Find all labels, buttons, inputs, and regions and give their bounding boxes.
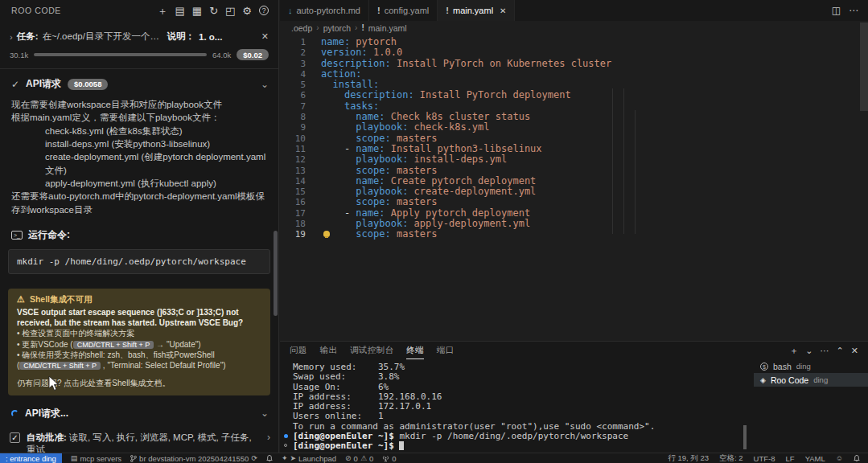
new-task-icon[interactable]: ＋: [158, 6, 168, 16]
server-icon: ▤: [71, 455, 78, 462]
yaml-file-icon: !: [361, 23, 364, 32]
line-number: 11: [280, 144, 309, 154]
launchpad-item[interactable]: ✦ ➤ Launchpad: [282, 454, 336, 463]
new-terminal-icon[interactable]: ＋: [789, 345, 798, 357]
line-number: 19: [280, 229, 309, 240]
playbook-file: create-deployment.yml (创建pytorch deploym…: [45, 150, 267, 177]
close-panel-icon[interactable]: ✕: [851, 346, 858, 356]
command-decoration[interactable]: [284, 434, 288, 438]
code-text: install:: [321, 80, 379, 90]
terminal-dropdown-icon[interactable]: ⌄: [805, 346, 812, 356]
code-text: scope: masters: [321, 133, 438, 144]
close-tab-icon[interactable]: ✕: [500, 6, 506, 15]
code-editor[interactable]: 1name: pytorch2version: 1.0.03descriptio…: [280, 35, 868, 240]
problems-item[interactable]: ⊘ 0 ⚠ 0: [345, 454, 373, 463]
notification-bell-icon[interactable]: [854, 455, 860, 462]
breadcrumb-item[interactable]: pytorch: [323, 23, 351, 33]
panel-tab-输出[interactable]: 输出: [320, 342, 338, 359]
chevron-right-icon[interactable]: ›: [267, 432, 270, 443]
api-request-done-row[interactable]: ✓ API请求 $0.0058 ⌄: [11, 77, 269, 91]
more-actions-icon[interactable]: ⋯: [821, 346, 829, 356]
api-request-pending-row[interactable]: API请求... ⌄: [11, 407, 269, 420]
terminal-icon: >_: [11, 231, 23, 240]
maximize-panel-icon[interactable]: ⌃: [837, 346, 844, 356]
indentation[interactable]: 空格: 2: [719, 453, 743, 463]
token: create-deployment.yml: [408, 186, 536, 197]
editor-tab-config.yaml[interactable]: !config.yaml: [369, 0, 438, 21]
editor-scrollbar[interactable]: [860, 23, 868, 111]
marketplace-icon[interactable]: ▦: [192, 6, 202, 16]
command-decoration[interactable]: [284, 444, 287, 447]
code-line: 4action:: [280, 69, 868, 80]
token: -: [321, 143, 356, 154]
auto-approve-checkbox[interactable]: ✓: [10, 432, 20, 443]
git-branch-item[interactable]: br devstation-vm 202504241550 ⟳: [130, 454, 257, 463]
split-editor-icon[interactable]: ◫: [832, 5, 841, 16]
auto-approve-row[interactable]: ✓ 自动批准: 读取, 写入, 执行, 浏览器, MCP, 模式, 子任务, 重…: [10, 432, 270, 453]
token: action:: [321, 68, 362, 80]
line-number: 10: [280, 133, 309, 144]
warning-bullet: 检查设置页面中的终端解决方案: [17, 329, 261, 339]
ports-item[interactable]: 0: [382, 454, 396, 463]
sidebar-scrollbar[interactable]: [274, 231, 278, 316]
terminal-scrollbar[interactable]: [743, 425, 747, 449]
mcp-servers-item[interactable]: ▤ mcp servers: [71, 454, 121, 463]
language-mode[interactable]: YAML: [805, 454, 825, 463]
code-line: 18 playbook: apply-deployment.yml: [280, 219, 868, 229]
token: tasks:: [344, 100, 379, 112]
encoding[interactable]: UTF-8: [754, 454, 775, 463]
vscode-window: ROO CODE ＋▤▦↻◰⚙? › 任务: 在~/.oedp/目录下开发一个o…: [0, 0, 868, 463]
line-number: 16: [280, 197, 309, 207]
chevron-down-icon[interactable]: ⌄: [261, 79, 269, 90]
token: description:: [344, 89, 414, 100]
terminal-session-Roo Code[interactable]: ◈Roo Codeding: [754, 373, 868, 387]
token: Install PyTorch on Kubernetes cluster: [391, 58, 612, 69]
keyboard-shortcut: CMD/CTRL + Shift + P: [73, 341, 154, 349]
token: install-deps.yml: [408, 154, 507, 165]
chevron-down-icon[interactable]: ⌄: [261, 408, 269, 419]
history-icon[interactable]: ↻: [209, 6, 218, 16]
tokens-used: 30.1k: [10, 51, 28, 59]
panel-tab-终端[interactable]: 终端: [406, 342, 424, 359]
roo-header: ROO CODE ＋▤▦↻◰⚙?: [0, 0, 278, 21]
editor-tab-auto-pytorch.md[interactable]: ↓auto-pytorch.md: [280, 0, 369, 21]
terminal-output[interactable]: Memory used: 35.7%Swap used: 3.8%Usage O…: [283, 363, 750, 452]
code-line: 14 name: Create pytorch deployment: [280, 176, 868, 186]
token: [321, 154, 356, 165]
settings-icon[interactable]: ⚙: [242, 6, 252, 16]
token: masters: [391, 196, 438, 207]
code-text: playbook: install-deps.yml: [321, 154, 507, 165]
tab-label: main.yaml: [453, 6, 493, 15]
breadcrumb[interactable]: .oedp›pytorch›!main.yaml: [280, 21, 868, 35]
token: [321, 79, 332, 90]
task-cost-badge: $0.02: [237, 49, 269, 60]
chevron-right-icon[interactable]: ›: [10, 32, 13, 42]
panel-tab-问题[interactable]: 问题: [290, 342, 307, 359]
terminal-session-bash[interactable]: $bashding: [754, 359, 868, 373]
open-in-editor-icon[interactable]: ◰: [225, 6, 235, 16]
breadcrumb-item[interactable]: .oedp: [291, 23, 312, 33]
breadcrumb-item[interactable]: main.yaml: [368, 23, 407, 33]
task-summary[interactable]: › 任务: 在~/.oedp/目录下开发一个ocDeploy插件pytorch。…: [0, 21, 278, 44]
editor-tab-main.yaml[interactable]: !main.yaml✕: [438, 0, 515, 21]
panel-tab-调试控制台[interactable]: 调试控制台: [350, 342, 393, 359]
remote-indicator[interactable]: : entrance ding: [0, 453, 62, 463]
code-text: version: 1.0.0: [321, 47, 402, 58]
feedback-smiley-icon[interactable]: ☺: [836, 455, 843, 462]
assistant-message: 现在需要创建workspace目录和对应的playbook文件 根据main.y…: [11, 98, 267, 216]
close-task-icon[interactable]: ✕: [261, 31, 269, 42]
prompts-icon[interactable]: ▤: [175, 6, 185, 16]
task-label: 任务:: [17, 31, 39, 43]
notifications-item[interactable]: [266, 455, 273, 462]
help-icon[interactable]: ?: [259, 6, 269, 15]
command-box[interactable]: mkdir -p /home/ding/.oedp/pytorch/worksp…: [8, 249, 270, 274]
run-command-label: 运行命令:: [28, 228, 70, 242]
more-actions-icon[interactable]: ⋯: [849, 5, 858, 16]
line-number: 7: [280, 101, 309, 112]
eol[interactable]: LF: [786, 454, 795, 463]
panel-tab-端口[interactable]: 端口: [437, 342, 455, 359]
token: [321, 111, 356, 122]
cursor-position[interactable]: 行 19, 列 23: [668, 453, 709, 463]
message-line: 还需要将auto-pytorch.md中的pytorch-deployment.…: [11, 190, 267, 216]
token: [321, 218, 356, 229]
